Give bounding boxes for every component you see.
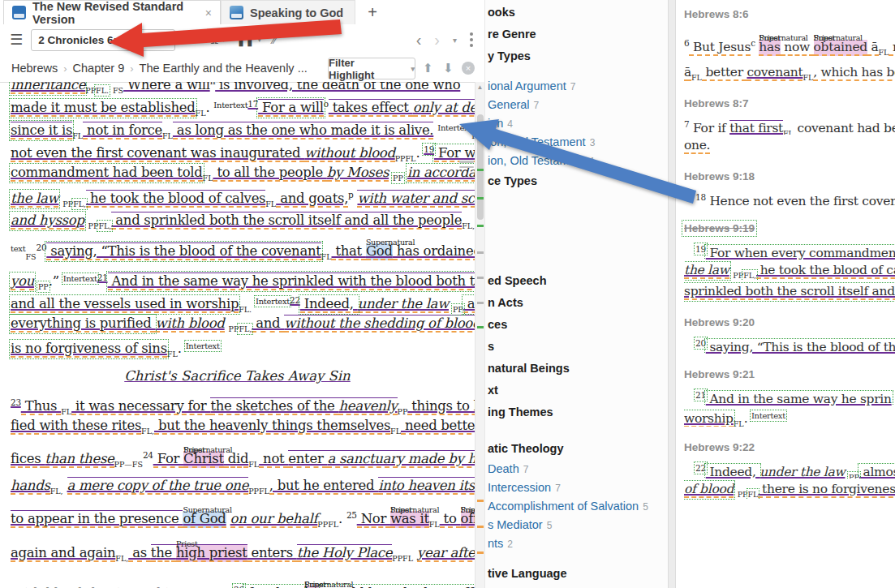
facet-count: 7 bbox=[555, 483, 561, 494]
scrollbar[interactable]: ▲ bbox=[475, 82, 484, 588]
tab-nrsv[interactable]: The New Revised Standard Version × bbox=[3, 0, 221, 24]
scroll-mark bbox=[477, 326, 484, 328]
facet-link[interactable]: Accomplishment of Salvation5 bbox=[485, 497, 668, 516]
scroll-mark bbox=[477, 302, 484, 304]
facet-link[interactable]: s Mediator5 bbox=[485, 516, 668, 534]
facet-header[interactable]: ces bbox=[485, 314, 668, 336]
breadcrumb-section[interactable]: The Earthly and the Heavenly ... bbox=[140, 62, 308, 75]
morphology-icon[interactable]: Ω bbox=[210, 34, 218, 46]
facet-link[interactable]: Intercession7 bbox=[485, 479, 668, 497]
facet-header[interactable]: y Types bbox=[485, 45, 668, 67]
facet-header[interactable]: ing Themes bbox=[485, 401, 668, 423]
result-block: Hebrews 9:2222 Indeed, under the law PP … bbox=[684, 438, 895, 500]
bible-panel: The New Revised Standard Version × Speak… bbox=[0, 0, 484, 588]
facet-header[interactable]: xt bbox=[485, 380, 668, 401]
chevron-down-icon: ▾ bbox=[411, 65, 415, 73]
result-reference[interactable]: Hebrews 9:22 bbox=[684, 438, 895, 457]
result-block: Hebrews 8:77 For if that firstFL covenan… bbox=[684, 94, 895, 156]
result-reference[interactable]: Hebrews 8:6 bbox=[684, 5, 895, 24]
result-reference[interactable]: Hebrews 9:19 bbox=[684, 219, 895, 238]
text-line: not even the first covenant was inaugura… bbox=[0, 139, 475, 161]
tab-close-icon[interactable]: × bbox=[205, 6, 212, 19]
facet-header[interactable]: n Acts bbox=[485, 292, 668, 314]
facet-link[interactable]: nts2 bbox=[485, 534, 668, 553]
facet-header[interactable]: re Genre bbox=[485, 24, 668, 45]
text-line: 22 Indeed, under the law PP almos bbox=[684, 457, 895, 479]
facet-header[interactable]: natural Beings bbox=[485, 358, 668, 380]
scrollbar-thumb[interactable] bbox=[477, 114, 484, 220]
back-icon[interactable]: ‹ bbox=[416, 31, 422, 49]
previous-result-icon[interactable]: ⬆ bbox=[423, 61, 433, 75]
text-line: 6 But Jesusc SupernaturalPriesthas now S… bbox=[684, 24, 895, 62]
panel-menu-icon[interactable] bbox=[470, 32, 473, 47]
facet-count: 7 bbox=[523, 464, 529, 475]
filter-facet-panel: ooksre Genrey Typesional Argument7Genera… bbox=[484, 0, 668, 588]
bible-text-area[interactable]: inheritancePPFL. FS Where a willn is inv… bbox=[0, 82, 475, 588]
result-reference[interactable]: Hebrews 9:20 bbox=[684, 313, 895, 333]
facet-header[interactable]: rse bbox=[485, 585, 668, 588]
chevron-down-icon[interactable]: ▾ bbox=[453, 36, 457, 45]
result-reference[interactable]: Hebrews 9:18 bbox=[684, 167, 895, 187]
text-line: again and againFL, as the Priesthigh pri… bbox=[0, 534, 475, 572]
text-line: the law PPFL, he took the blood of calv bbox=[684, 260, 895, 281]
text-line: since it isFL not in forceFL as long as … bbox=[0, 116, 475, 139]
text-line: and hyssop PPFL, and sprinkled both the … bbox=[0, 207, 475, 230]
text-line: 20 saying, “This is the blood of the bbox=[684, 333, 895, 354]
new-tab-button[interactable]: + bbox=[362, 2, 383, 23]
result-block: Hebrews 9:2020 saying, “This is the bloo… bbox=[684, 313, 895, 354]
menu-icon[interactable]: ☰ bbox=[10, 32, 23, 47]
facet-link[interactable]: ion4 bbox=[485, 114, 668, 133]
facet-count: 3 bbox=[590, 137, 596, 148]
text-line: the law PPFL, he took the blood of calve… bbox=[0, 184, 475, 207]
facet-count: 4 bbox=[507, 118, 513, 130]
facet-link[interactable]: Death7 bbox=[485, 460, 668, 479]
text-line: and all the vessels used in worshipFL. I… bbox=[0, 290, 475, 312]
splitter-grip[interactable] bbox=[459, 161, 474, 171]
chevron-down-icon[interactable]: ▾ bbox=[257, 36, 261, 44]
tab-speaking-to-god[interactable]: Speaking to God bbox=[221, 0, 355, 24]
facet-count: 1 bbox=[590, 156, 596, 167]
text-line: textFS20 saying, “This is the blood of t… bbox=[0, 230, 475, 267]
result-reference[interactable]: Hebrews 8:7 bbox=[684, 94, 895, 114]
forward-icon[interactable]: › bbox=[434, 31, 440, 49]
scroll-mark bbox=[477, 169, 484, 171]
facet-link[interactable]: ion, Old Testament1 bbox=[485, 152, 668, 170]
result-block: Hebrews 9:2121 And in the same way he sp… bbox=[684, 365, 895, 427]
chevron-down-icon[interactable]: ▾ bbox=[222, 36, 226, 44]
facet-header[interactable]: ce Types bbox=[485, 170, 668, 192]
search-results-panel: Hebrews 8:66 But Jesusc SupernaturalPrie… bbox=[676, 0, 895, 588]
facet-header[interactable]: tive Language bbox=[485, 563, 668, 585]
facet-header[interactable]: atic Theology bbox=[485, 438, 668, 460]
breadcrumb-separator: › bbox=[63, 62, 67, 75]
breadcrumb-bar: Hebrews › Chapter 9 › The Earthly and th… bbox=[0, 54, 475, 83]
facet-header[interactable]: s bbox=[485, 336, 668, 358]
text-line: you PP.” Intertext21 And in the same way… bbox=[0, 267, 475, 290]
text-line: worshipFL. Intertext bbox=[684, 406, 895, 427]
reference-value: 2 Chronicles 6:26 bbox=[38, 34, 129, 46]
close-icon[interactable]: × bbox=[462, 62, 475, 75]
text-line: 7 For if that firstFL covenant had been bbox=[684, 114, 895, 135]
next-result-icon[interactable]: ⬇ bbox=[443, 61, 454, 75]
facet-link[interactable]: ional Argument7 bbox=[485, 77, 668, 96]
facet-count: 5 bbox=[643, 501, 648, 513]
filter-highlight-button[interactable]: Filter Highlight ▾ bbox=[328, 58, 415, 79]
breadcrumb-chapter[interactable]: Chapter 9 bbox=[73, 62, 125, 75]
facet-header[interactable]: ooks bbox=[485, 2, 668, 24]
facet-header[interactable]: ed Speech bbox=[485, 270, 668, 292]
result-reference[interactable]: Hebrews 9:21 bbox=[684, 365, 895, 384]
breadcrumb-book[interactable]: Hebrews bbox=[0, 62, 58, 75]
tab-nrsv-label: The New Revised Standard Version bbox=[32, 0, 199, 26]
parallel-resources-icon[interactable]: ❚❚ bbox=[237, 34, 255, 46]
text-line: with blood that is not his ownPPFL; 26 f… bbox=[0, 572, 475, 588]
multi-view-icon[interactable]: ●● bbox=[187, 35, 199, 45]
panel-divider[interactable] bbox=[668, 0, 676, 588]
resource-toolbar: ☰ 2 Chronicles 6:26 ●● Ω ▾ ❚❚ ▾ ⁄⁄ ‹ › ▾ bbox=[0, 25, 484, 54]
columns-icon[interactable]: ⁄⁄ bbox=[273, 34, 276, 46]
breadcrumb-separator: › bbox=[130, 62, 133, 75]
reference-input[interactable]: 2 Chronicles 6:26 bbox=[31, 29, 175, 51]
text-line: handsFL, a mere copy of the true onePPFL… bbox=[0, 474, 475, 497]
facet-link[interactable]: ion, Old Testament3 bbox=[485, 133, 668, 152]
scroll-mark bbox=[477, 251, 484, 254]
facet-link[interactable]: General7 bbox=[485, 96, 668, 114]
scroll-up-icon[interactable]: ▲ bbox=[475, 82, 484, 93]
